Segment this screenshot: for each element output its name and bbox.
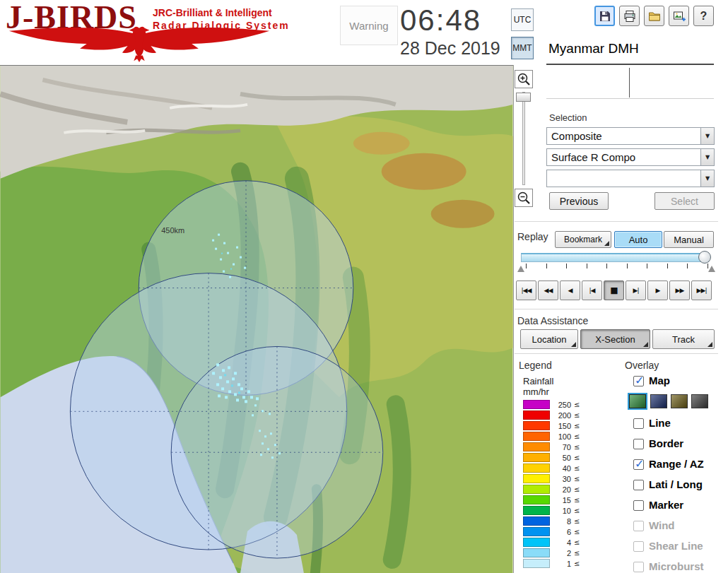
legend-quantity-label: Rainfall — [523, 376, 553, 386]
print-button[interactable] — [619, 6, 640, 26]
timezone-utc-label: UTC — [514, 15, 532, 25]
legend-suffix: ≤ — [574, 422, 580, 430]
legend-swatch — [523, 474, 550, 483]
timezone-mmt-button[interactable]: MMT — [511, 37, 534, 59]
chevron-down-icon[interactable]: ▼ — [700, 170, 714, 187]
x-section-button[interactable]: X-Section — [580, 329, 650, 349]
open-file-button[interactable] — [644, 6, 664, 26]
overlay-border-checkbox[interactable] — [633, 439, 644, 449]
location-button[interactable]: Location — [520, 329, 578, 349]
legend-suffix: ≤ — [574, 538, 580, 546]
legend-swatch — [523, 410, 550, 420]
replay-play-backward-button[interactable]: ◀ — [560, 280, 580, 300]
composite-combobox-value: Composite — [547, 128, 700, 144]
legend-value: 150 — [550, 422, 571, 430]
info-panel-divider — [629, 68, 630, 98]
overlay-shear-line-label: Shear Line — [649, 540, 703, 552]
track-button[interactable]: Track — [652, 329, 715, 349]
timeline-end-marker[interactable] — [708, 266, 715, 272]
zoom-in-button[interactable] — [515, 70, 533, 88]
data-assistance-section-label: Data Assistance — [517, 315, 588, 326]
printer-icon — [623, 10, 636, 23]
map-palette-swatch-navy[interactable] — [650, 394, 667, 408]
legend-suffix: ≤ — [574, 443, 580, 451]
replay-section-label: Replay — [517, 231, 548, 242]
zoom-slider-thumb[interactable] — [516, 93, 531, 102]
replay-jump-first-button[interactable]: |◀◀ — [516, 280, 536, 300]
timeline-tick — [687, 264, 688, 268]
help-button[interactable]: ? — [693, 6, 714, 26]
overlay-marker-checkbox[interactable] — [633, 500, 644, 511]
overlay-map-label: Map — [649, 374, 670, 386]
save-button[interactable] — [594, 6, 615, 26]
timeline-start-marker[interactable] — [517, 266, 524, 272]
legend-swatch — [523, 400, 550, 409]
question-mark-icon: ? — [700, 10, 708, 23]
replay-auto-button[interactable]: Auto — [614, 231, 662, 248]
previous-button[interactable]: Previous — [549, 192, 609, 210]
timezone-utc-button[interactable]: UTC — [511, 8, 534, 31]
overlay-line-checkbox[interactable] — [633, 418, 644, 429]
map-palette-swatch-green[interactable] — [629, 394, 646, 408]
select-button[interactable]: Select — [654, 192, 715, 210]
legend-swatch — [523, 485, 550, 494]
overlay-map-checkbox[interactable] — [633, 376, 644, 386]
overlay-microburst-checkbox — [633, 562, 644, 572]
legend-value: 6 — [550, 528, 571, 536]
clock-time: 06:48 — [400, 6, 481, 35]
replay-fast-forward-button[interactable]: ▶▶ — [669, 280, 690, 300]
legend-value: 30 — [550, 475, 571, 483]
legend-suffix: ≤ — [574, 528, 580, 536]
legend-suffix: ≤ — [574, 517, 580, 525]
product-combobox-value: Surface R Compo — [547, 149, 700, 165]
extra-combobox[interactable]: ▼ — [546, 170, 715, 187]
zoom-slider-track[interactable] — [522, 92, 525, 185]
zoom-out-button[interactable] — [515, 189, 533, 207]
composite-combobox[interactable]: Composite ▼ — [546, 127, 715, 145]
separator — [515, 353, 718, 354]
radar-map[interactable]: 450km — [0, 65, 513, 573]
legend-value: 70 — [550, 443, 571, 451]
overlay-range-az-label: Range / AZ — [649, 458, 704, 470]
legend-value: 100 — [550, 432, 571, 441]
overlay-range-az-checkbox[interactable] — [633, 459, 644, 470]
magnifier-minus-icon — [517, 191, 531, 205]
export-image-button[interactable] — [669, 6, 689, 26]
timeline-tick — [546, 264, 547, 268]
magnifier-plus-icon — [517, 72, 531, 86]
app-logo-subtitle-1: JRC-Brilliant & Intelligent — [153, 7, 272, 18]
replay-stop-button[interactable]: ■ — [604, 280, 624, 300]
product-combobox[interactable]: Surface R Compo ▼ — [546, 148, 715, 166]
timeline-track[interactable] — [521, 253, 709, 262]
legend-value: 4 — [550, 538, 571, 547]
legend-suffix: ≤ — [574, 507, 580, 514]
separator — [515, 309, 718, 309]
timeline-handle[interactable] — [698, 251, 711, 264]
legend-suffix: ≤ — [574, 401, 580, 408]
station-name: Myanmar DMH — [548, 41, 639, 57]
replay-fast-rewind-button[interactable]: ◀◀ — [538, 280, 558, 300]
map-palette-swatch-gray[interactable] — [691, 394, 708, 408]
replay-step-backward-button[interactable]: |◀ — [582, 280, 602, 300]
replay-play-forward-button[interactable]: ▶ — [647, 280, 668, 300]
timezone-mmt-label: MMT — [512, 43, 532, 53]
timeline-tick — [627, 264, 628, 268]
warning-button[interactable]: Warning — [340, 6, 398, 45]
chevron-down-icon[interactable]: ▼ — [700, 128, 714, 144]
timeline-tick — [667, 264, 668, 268]
overlay-lati-long-checkbox[interactable] — [633, 480, 644, 490]
bookmark-button[interactable]: Bookmark — [555, 231, 611, 248]
legend-section-label: Legend — [519, 360, 552, 371]
legend-suffix: ≤ — [574, 454, 580, 461]
replay-step-forward-button[interactable]: ▶| — [626, 280, 646, 300]
overlay-lati-long-label: Lati / Long — [649, 478, 703, 490]
chevron-down-icon[interactable]: ▼ — [700, 149, 714, 165]
selection-section-label: Selection — [549, 112, 587, 123]
replay-manual-button[interactable]: Manual — [664, 231, 714, 248]
legend-swatch — [523, 538, 550, 547]
legend-value: 40 — [550, 464, 571, 473]
map-palette-swatch-olive[interactable] — [671, 394, 688, 408]
legend-swatch — [523, 463, 550, 473]
legend-swatch — [523, 559, 550, 568]
replay-jump-last-button[interactable]: ▶▶| — [691, 280, 712, 300]
